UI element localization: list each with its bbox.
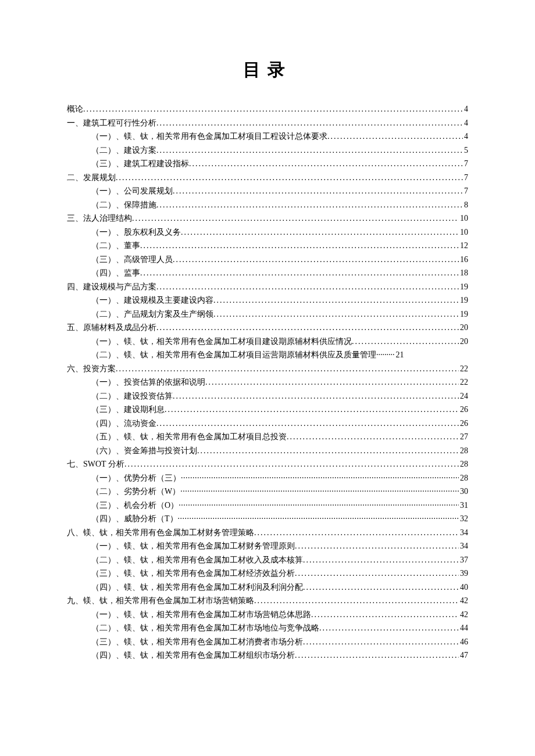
toc-entry-label: 七、SWOT 分析 bbox=[67, 460, 124, 468]
toc-leader bbox=[254, 597, 459, 605]
toc-entry: （二）、镁、钛，相关常用有色金属加工材项目运营期原辅材料供应及质量管理·····… bbox=[91, 351, 468, 359]
toc-leader bbox=[181, 228, 459, 237]
toc-entry-label: （四）、镁、钛，相关常用有色金属加工材利润及利润分配 bbox=[91, 583, 303, 592]
toc-entry: （二）、镁、钛，相关常用有色金属加工材市场地位与竞争战略44 bbox=[91, 624, 468, 632]
toc-entry: （一）、公司发展规划7 bbox=[91, 187, 468, 195]
toc-entry-label: （二）、建设方案 bbox=[91, 146, 156, 155]
toc-entry-page: 27 bbox=[459, 433, 468, 441]
toc-entry-label: （一）、股东权利及义务 bbox=[91, 228, 181, 237]
toc-entry-page: 44 bbox=[459, 624, 468, 632]
toc-leader bbox=[124, 460, 459, 468]
toc-entry-label: （二）、劣势分析（W） bbox=[91, 488, 180, 496]
table-of-contents: 概论4一、建筑工程可行性分析4（一）、镁、钛，相关常用有色金属加工材项目工程设计… bbox=[67, 105, 468, 660]
toc-entry: （三）、镁、钛，相关常用有色金属加工材消费者市场分析46 bbox=[91, 638, 468, 646]
toc-entry-page: 28 bbox=[459, 460, 468, 468]
toc-entry-page: 32 bbox=[459, 515, 468, 523]
toc-entry-page: 19 bbox=[459, 296, 468, 304]
toc-leader bbox=[352, 338, 459, 346]
toc-entry: （四）、镁、钛，相关常用有色金属加工材利润及利润分配40 bbox=[91, 583, 468, 592]
toc-entry-label: 八、镁、钛，相关常用有色金属加工材财务管理策略 bbox=[67, 529, 254, 537]
toc-entry-label: （二）、镁、钛，相关常用有色金属加工材收入及成本核算 bbox=[91, 556, 303, 564]
toc-entry-page: 26 bbox=[459, 406, 468, 414]
toc-leader bbox=[213, 310, 459, 318]
toc-leader bbox=[181, 474, 459, 482]
toc-entry-label: （四）、流动资金 bbox=[91, 420, 156, 428]
toc-entry: 五、原辅材料及成品分析20 bbox=[67, 324, 468, 332]
toc-leader bbox=[189, 160, 463, 168]
toc-entry-label: 一、建筑工程可行性分析 bbox=[67, 119, 156, 127]
toc-entry-page: 31 bbox=[459, 501, 468, 510]
toc-entry: （二）、董事12 bbox=[91, 242, 468, 250]
toc-entry-label: （三）、高级管理人员 bbox=[91, 256, 173, 264]
toc-entry: （四）、监事18 bbox=[91, 269, 468, 277]
toc-entry-label: （二）、建设投资估算 bbox=[91, 392, 173, 400]
toc-leader bbox=[319, 624, 459, 632]
toc-entry: （一）、镁、钛，相关常用有色金属加工材财务管理原则34 bbox=[91, 542, 468, 550]
toc-entry-label: 二、发展规划 bbox=[67, 174, 116, 182]
toc-entry-label: 六、投资方案 bbox=[67, 365, 116, 373]
toc-entry-page: 21 bbox=[395, 351, 404, 359]
toc-entry-label: （一）、镁、钛，相关常用有色金属加工材项目建设期原辅材料供应情况 bbox=[91, 338, 352, 346]
toc-entry-label: （四）、监事 bbox=[91, 269, 140, 277]
toc-leader bbox=[165, 406, 459, 414]
toc-entry-page: 26 bbox=[459, 420, 468, 428]
page-title: 目录 bbox=[67, 58, 468, 82]
toc-leader bbox=[173, 392, 459, 400]
toc-entry-page: 18 bbox=[459, 269, 468, 277]
toc-leader bbox=[254, 529, 459, 537]
toc-entry-page: 8 bbox=[463, 201, 468, 209]
toc-entry: （一）、镁、钛，相关常用有色金属加工材项目建设期原辅材料供应情况20 bbox=[91, 338, 468, 346]
toc-leader bbox=[205, 378, 459, 386]
toc-entry-label: 五、原辅材料及成品分析 bbox=[67, 324, 156, 332]
toc-entry-label: （一）、投资估算的依据和说明 bbox=[91, 378, 205, 386]
toc-entry-label: （一）、建设规模及主要建设内容 bbox=[91, 296, 213, 304]
toc-entry-page: 24 bbox=[459, 392, 468, 400]
toc-entry: （一）、优势分析（三）28 bbox=[91, 474, 468, 482]
toc-entry: （一）、镁、钛，相关常用有色金属加工材项目工程设计总体要求4 bbox=[91, 132, 468, 141]
toc-entry-label: 九、镁、钛，相关常用有色金属加工材市场营销策略 bbox=[67, 597, 254, 605]
toc-entry: （二）、建设投资估算24 bbox=[91, 392, 468, 400]
toc-entry-page: 28 bbox=[459, 447, 468, 455]
toc-leader bbox=[173, 256, 459, 264]
toc-entry: 二、发展规划7 bbox=[67, 174, 468, 182]
toc-entry-page: 20 bbox=[459, 324, 468, 332]
toc-leader bbox=[83, 105, 463, 113]
toc-entry: （二）、建设方案5 bbox=[91, 146, 468, 155]
toc-entry-page: 39 bbox=[459, 569, 468, 578]
toc-entry-label: （一）、镁、钛，相关常用有色金属加工材财务管理原则 bbox=[91, 542, 295, 550]
toc-leader bbox=[327, 132, 463, 141]
toc-entry: （三）、高级管理人员16 bbox=[91, 256, 468, 264]
toc-leader bbox=[156, 146, 463, 155]
toc-entry-label: （三）、镁、钛，相关常用有色金属加工材消费者市场分析 bbox=[91, 638, 303, 646]
toc-leader bbox=[156, 119, 463, 127]
toc-entry-label: （六）、资金筹措与投资计划 bbox=[91, 447, 197, 455]
toc-leader bbox=[303, 638, 459, 646]
toc-entry: （一）、镁、钛，相关常用有色金属加工材市场营销总体思路42 bbox=[91, 611, 468, 619]
toc-entry-label: 概论 bbox=[67, 105, 83, 113]
toc-entry-label: （三）、镁、钛，相关常用有色金属加工材经济效益分析 bbox=[91, 569, 295, 578]
toc-entry-label: （二）、镁、钛，相关常用有色金属加工材市场地位与竞争战略 bbox=[91, 624, 319, 632]
toc-entry-label: （一）、镁、钛，相关常用有色金属加工材市场营销总体思路 bbox=[91, 611, 311, 619]
toc-entry: 六、投资方案22 bbox=[67, 365, 468, 373]
toc-entry-label: （一）、镁、钛，相关常用有色金属加工材项目工程设计总体要求 bbox=[91, 132, 327, 141]
toc-entry: 九、镁、钛，相关常用有色金属加工材市场营销策略42 bbox=[67, 597, 468, 605]
toc-leader bbox=[140, 269, 459, 277]
toc-entry-label: （二）、董事 bbox=[91, 242, 140, 250]
toc-leader bbox=[197, 447, 459, 455]
toc-entry-page: 4 bbox=[463, 132, 468, 141]
toc-leader bbox=[311, 611, 459, 619]
toc-leader bbox=[295, 651, 459, 660]
toc-entry: 七、SWOT 分析28 bbox=[67, 460, 468, 468]
toc-entry-page: 5 bbox=[463, 146, 468, 155]
toc-entry-label: （二）、产品规划方案及生产纲领 bbox=[91, 310, 213, 318]
toc-entry: （四）、镁、钛，相关常用有色金属加工材组织市场分析47 bbox=[91, 651, 468, 660]
toc-entry-page: 22 bbox=[459, 378, 468, 386]
toc-entry-label: （四）、威胁分析（T） bbox=[91, 515, 178, 523]
toc-leader bbox=[303, 583, 459, 592]
toc-entry: （二）、劣势分析（W）30 bbox=[91, 488, 468, 496]
toc-leader bbox=[156, 420, 459, 428]
toc-leader bbox=[178, 515, 459, 523]
toc-entry-page: 47 bbox=[459, 651, 468, 660]
toc-leader bbox=[132, 214, 459, 223]
toc-entry-page: 42 bbox=[459, 611, 468, 619]
